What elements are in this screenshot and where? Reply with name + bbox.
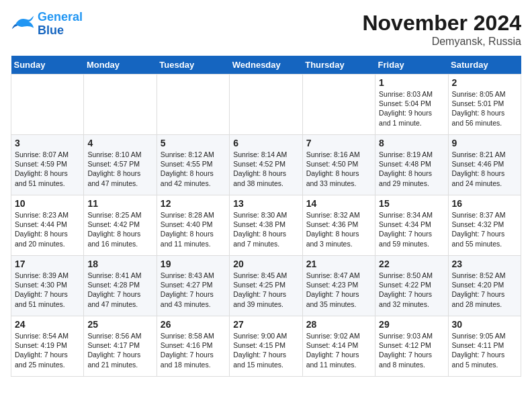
day-info: Sunrise: 8:10 AM Sunset: 4:57 PM Dayligh… (87, 150, 152, 188)
calendar-cell: 10Sunrise: 8:23 AM Sunset: 4:44 PM Dayli… (11, 195, 84, 256)
calendar-cell: 26Sunrise: 8:58 AM Sunset: 4:16 PM Dayli… (157, 316, 229, 377)
calendar-cell: 23Sunrise: 8:52 AM Sunset: 4:20 PM Dayli… (448, 256, 521, 316)
calendar-cell: 28Sunrise: 9:02 AM Sunset: 4:14 PM Dayli… (302, 316, 375, 377)
calendar-cell: 3Sunrise: 8:07 AM Sunset: 4:59 PM Daylig… (11, 135, 84, 195)
calendar-cell: 30Sunrise: 9:05 AM Sunset: 4:11 PM Dayli… (448, 316, 521, 377)
calendar-cell: 22Sunrise: 8:50 AM Sunset: 4:22 PM Dayli… (375, 256, 448, 316)
day-info: Sunrise: 9:03 AM Sunset: 4:12 PM Dayligh… (379, 331, 444, 369)
day-info: Sunrise: 8:58 AM Sunset: 4:16 PM Dayligh… (161, 331, 226, 369)
day-info: Sunrise: 8:21 AM Sunset: 4:46 PM Dayligh… (452, 150, 517, 188)
day-info: Sunrise: 9:00 AM Sunset: 4:15 PM Dayligh… (233, 331, 298, 369)
day-info: Sunrise: 8:32 AM Sunset: 4:36 PM Dayligh… (306, 210, 371, 248)
day-info: Sunrise: 8:03 AM Sunset: 5:04 PM Dayligh… (379, 89, 444, 128)
day-info: Sunrise: 8:45 AM Sunset: 4:25 PM Dayligh… (233, 271, 298, 309)
calendar-cell: 14Sunrise: 8:32 AM Sunset: 4:36 PM Dayli… (302, 195, 375, 256)
day-info: Sunrise: 8:39 AM Sunset: 4:30 PM Dayligh… (15, 271, 80, 309)
day-number: 24 (15, 319, 80, 330)
logo-text-line2: Blue (38, 24, 83, 38)
day-number: 26 (161, 319, 226, 330)
header-sunday: Sunday (11, 56, 84, 75)
day-number: 25 (87, 319, 152, 330)
calendar-cell: 6Sunrise: 8:14 AM Sunset: 4:52 PM Daylig… (230, 135, 302, 195)
day-info: Sunrise: 9:05 AM Sunset: 4:11 PM Dayligh… (452, 331, 517, 369)
header-friday: Friday (375, 56, 448, 75)
calendar-cell: 9Sunrise: 8:21 AM Sunset: 4:46 PM Daylig… (448, 135, 521, 195)
day-info: Sunrise: 8:34 AM Sunset: 4:34 PM Dayligh… (379, 210, 444, 248)
day-info: Sunrise: 8:16 AM Sunset: 4:50 PM Dayligh… (306, 150, 371, 188)
day-number: 28 (306, 319, 371, 330)
day-number: 20 (233, 259, 298, 269)
day-number: 17 (15, 259, 80, 269)
calendar-cell: 16Sunrise: 8:37 AM Sunset: 4:32 PM Dayli… (448, 195, 521, 256)
day-info: Sunrise: 8:28 AM Sunset: 4:40 PM Dayligh… (161, 210, 226, 248)
calendar-cell: 29Sunrise: 9:03 AM Sunset: 4:12 PM Dayli… (375, 316, 448, 377)
day-number: 9 (452, 138, 517, 148)
month-title: November 2024 (362, 11, 521, 36)
calendar-cell: 2Sunrise: 8:05 AM Sunset: 5:01 PM Daylig… (448, 75, 521, 135)
day-number: 1 (379, 77, 444, 88)
calendar-week-row: 17Sunrise: 8:39 AM Sunset: 4:30 PM Dayli… (11, 256, 521, 316)
calendar-cell: 15Sunrise: 8:34 AM Sunset: 4:34 PM Dayli… (375, 195, 448, 256)
day-info: Sunrise: 8:23 AM Sunset: 4:44 PM Dayligh… (15, 210, 80, 248)
calendar-cell: 8Sunrise: 8:19 AM Sunset: 4:48 PM Daylig… (375, 135, 448, 195)
calendar-header-row: SundayMondayTuesdayWednesdayThursdayFrid… (11, 56, 521, 75)
calendar-week-row: 1Sunrise: 8:03 AM Sunset: 5:04 PM Daylig… (11, 75, 521, 135)
day-info: Sunrise: 8:37 AM Sunset: 4:32 PM Dayligh… (452, 210, 517, 248)
day-number: 2 (452, 77, 517, 88)
day-info: Sunrise: 8:52 AM Sunset: 4:20 PM Dayligh… (452, 271, 517, 309)
calendar-cell: 21Sunrise: 8:47 AM Sunset: 4:23 PM Dayli… (302, 256, 375, 316)
calendar-cell: 7Sunrise: 8:16 AM Sunset: 4:50 PM Daylig… (302, 135, 375, 195)
calendar-week-row: 3Sunrise: 8:07 AM Sunset: 4:59 PM Daylig… (11, 135, 521, 195)
day-number: 23 (452, 259, 517, 269)
day-number: 7 (306, 138, 371, 148)
day-number: 29 (379, 319, 444, 330)
logo-bird-icon (11, 12, 35, 36)
day-number: 19 (161, 259, 226, 269)
day-info: Sunrise: 8:47 AM Sunset: 4:23 PM Dayligh… (306, 271, 371, 309)
day-info: Sunrise: 8:12 AM Sunset: 4:55 PM Dayligh… (161, 150, 226, 188)
calendar-cell: 13Sunrise: 8:30 AM Sunset: 4:38 PM Dayli… (230, 195, 302, 256)
header-saturday: Saturday (448, 56, 521, 75)
calendar-cell (230, 75, 302, 135)
calendar-week-row: 10Sunrise: 8:23 AM Sunset: 4:44 PM Dayli… (11, 195, 521, 256)
title-block: November 2024 Demyansk, Russia (362, 11, 521, 48)
calendar-cell: 25Sunrise: 8:56 AM Sunset: 4:17 PM Dayli… (84, 316, 157, 377)
day-info: Sunrise: 8:54 AM Sunset: 4:19 PM Dayligh… (15, 331, 80, 369)
day-info: Sunrise: 8:56 AM Sunset: 4:17 PM Dayligh… (87, 331, 152, 369)
calendar-table: SundayMondayTuesdayWednesdayThursdayFrid… (11, 56, 521, 377)
calendar-cell: 17Sunrise: 8:39 AM Sunset: 4:30 PM Dayli… (11, 256, 84, 316)
calendar-cell: 19Sunrise: 8:43 AM Sunset: 4:27 PM Dayli… (157, 256, 229, 316)
day-number: 22 (379, 259, 444, 269)
calendar-cell: 11Sunrise: 8:25 AM Sunset: 4:42 PM Dayli… (84, 195, 157, 256)
day-info: Sunrise: 8:14 AM Sunset: 4:52 PM Dayligh… (233, 150, 298, 188)
day-info: Sunrise: 8:05 AM Sunset: 5:01 PM Dayligh… (452, 89, 517, 128)
day-number: 4 (87, 138, 152, 148)
calendar-cell (157, 75, 229, 135)
calendar-cell: 5Sunrise: 8:12 AM Sunset: 4:55 PM Daylig… (157, 135, 229, 195)
calendar-cell: 27Sunrise: 9:00 AM Sunset: 4:15 PM Dayli… (230, 316, 302, 377)
header-thursday: Thursday (302, 56, 375, 75)
calendar-cell: 12Sunrise: 8:28 AM Sunset: 4:40 PM Dayli… (157, 195, 229, 256)
header-wednesday: Wednesday (230, 56, 302, 75)
day-info: Sunrise: 8:41 AM Sunset: 4:28 PM Dayligh… (87, 271, 152, 309)
calendar-cell: 4Sunrise: 8:10 AM Sunset: 4:57 PM Daylig… (84, 135, 157, 195)
calendar-cell: 24Sunrise: 8:54 AM Sunset: 4:19 PM Dayli… (11, 316, 84, 377)
day-info: Sunrise: 8:25 AM Sunset: 4:42 PM Dayligh… (87, 210, 152, 248)
calendar-week-row: 24Sunrise: 8:54 AM Sunset: 4:19 PM Dayli… (11, 316, 521, 377)
calendar-cell (84, 75, 157, 135)
day-number: 13 (233, 198, 298, 209)
logo-text-line1: General (38, 11, 83, 24)
logo: General Blue (11, 11, 83, 38)
page-header: General Blue November 2024 Demyansk, Rus… (11, 11, 521, 48)
day-number: 21 (306, 259, 371, 269)
calendar-cell: 20Sunrise: 8:45 AM Sunset: 4:25 PM Dayli… (230, 256, 302, 316)
day-number: 6 (233, 138, 298, 148)
day-number: 3 (15, 138, 80, 148)
day-info: Sunrise: 8:43 AM Sunset: 4:27 PM Dayligh… (161, 271, 226, 309)
calendar-cell (11, 75, 84, 135)
day-number: 8 (379, 138, 444, 148)
day-number: 27 (233, 319, 298, 330)
day-number: 18 (87, 259, 152, 269)
day-number: 30 (452, 319, 517, 330)
calendar-cell (302, 75, 375, 135)
